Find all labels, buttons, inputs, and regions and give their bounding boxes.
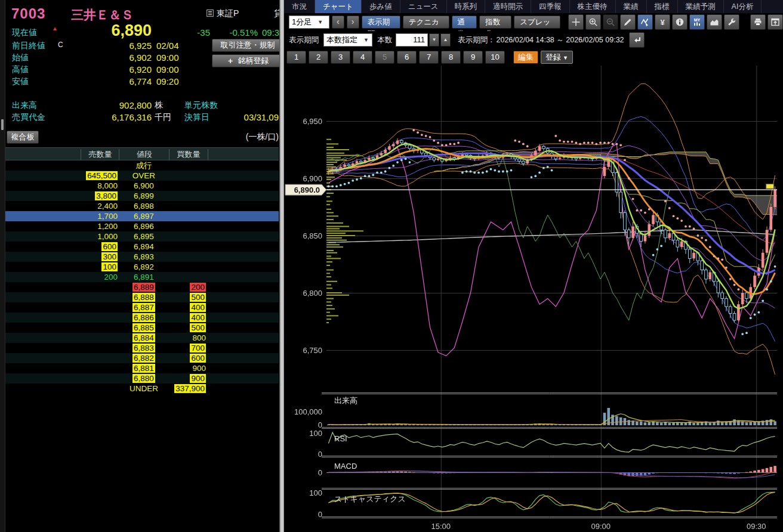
sell-qty-cell[interactable]: 3,800 — [81, 191, 118, 201]
price-cell[interactable]: 6,894 — [119, 242, 169, 252]
board-row[interactable]: 6,884800 — [5, 333, 279, 343]
board-row[interactable]: 3006,893 — [5, 252, 279, 262]
price-cell[interactable]: 6,897 — [119, 211, 169, 221]
sell-qty-cell[interactable]: 1,700 — [81, 211, 118, 221]
sell-qty-cell[interactable]: 200 — [81, 272, 118, 282]
board-row[interactable]: 6,883700 — [5, 343, 279, 353]
trendline-cursor-icon-button[interactable] — [637, 14, 653, 30]
tab-10[interactable]: 業績予測 — [678, 0, 724, 13]
board-row[interactable]: 6,888500 — [5, 292, 279, 302]
board-row[interactable]: 6,886400 — [5, 313, 279, 323]
tab-7[interactable]: 株主優待 — [570, 0, 616, 13]
mode-button[interactable]: 通常 — [452, 16, 477, 29]
price-cell[interactable]: 6,900 — [119, 181, 169, 191]
board-row[interactable]: 6006,894 — [5, 242, 279, 252]
tab-8[interactable]: 業績 — [616, 0, 647, 13]
price-cell[interactable]: 6,883 — [119, 343, 169, 353]
area-chart-icon-button[interactable] — [707, 14, 722, 30]
rail-handle[interactable] — [1, 119, 4, 130]
board-row[interactable]: 3,8006,899 — [5, 191, 279, 201]
count-up-button[interactable]: ▲ — [440, 33, 451, 47]
mode-button[interactable]: テクニカル — [403, 16, 449, 29]
board-row[interactable]: 6,885500 — [5, 323, 279, 333]
register-button[interactable]: 登録▼ — [541, 51, 573, 64]
preset-1-button[interactable]: 1 — [286, 51, 306, 64]
price-cell[interactable]: 6,885 — [119, 323, 169, 333]
reset-period-button[interactable] — [629, 32, 645, 48]
price-cell[interactable]: 6,889 — [119, 282, 169, 292]
board-row[interactable]: 1,2006,896 — [5, 221, 279, 231]
price-cell[interactable]: 6,882 — [119, 353, 169, 363]
sell-qty-cell[interactable]: 645,500 — [81, 171, 118, 181]
sell-qty-cell[interactable]: 1,200 — [81, 221, 118, 231]
sell-qty-cell[interactable]: 2,400 — [81, 201, 118, 211]
board-row[interactable]: 1,7006,897 — [5, 211, 279, 221]
edit-button[interactable]: 編集 — [513, 51, 538, 64]
sell-qty-cell[interactable]: 600 — [81, 242, 118, 252]
price-cell[interactable]: OVER — [119, 171, 169, 181]
board-row[interactable]: 2006,891 — [5, 272, 279, 282]
preset-7-button[interactable]: 7 — [419, 51, 439, 64]
info-icon-button[interactable] — [672, 14, 688, 30]
buy-qty-cell[interactable]: 400 — [169, 302, 206, 313]
board-row[interactable]: 6,889200 — [5, 282, 279, 292]
zoom-in-icon-button[interactable] — [585, 14, 601, 30]
trade-caution-button[interactable]: 取引注意・規制 — [212, 39, 283, 52]
preset-2-button[interactable]: 2 — [309, 51, 328, 64]
tab-3[interactable]: ニュース — [400, 0, 447, 13]
preset-9-button[interactable]: 9 — [463, 51, 483, 64]
buy-qty-cell[interactable]: 900 — [169, 363, 206, 373]
mode-button[interactable]: 指数化 — [479, 16, 511, 29]
draw-pencil-icon-button[interactable] — [620, 14, 636, 30]
board-row[interactable]: 6,887400 — [5, 302, 279, 313]
sell-qty-cell[interactable]: 1,000 — [81, 231, 118, 242]
board-row[interactable]: 6,881900 — [5, 363, 279, 373]
buy-qty-cell[interactable]: 500 — [169, 292, 206, 302]
board-row[interactable]: 6,880900 — [5, 373, 279, 383]
sell-qty-cell[interactable]: 8,000 — [81, 181, 118, 191]
tab-2[interactable]: 歩み値 — [362, 0, 400, 13]
my-indicator-icon-button[interactable]: MY — [689, 14, 705, 30]
price-cell[interactable]: 6,887 — [119, 302, 169, 313]
buy-qty-cell[interactable]: 500 — [169, 323, 206, 333]
board-row[interactable]: 2,4006,898 — [5, 201, 279, 211]
board-row[interactable]: 1006,892 — [5, 262, 279, 272]
preset-4-button[interactable]: 4 — [353, 51, 372, 64]
sell-qty-cell[interactable]: 100 — [81, 262, 118, 272]
board-row[interactable]: 6,882600 — [5, 353, 279, 363]
bar-count-input[interactable]: 111 — [396, 33, 428, 47]
buy-qty-cell[interactable]: 800 — [169, 333, 206, 343]
interval-select[interactable]: 1分足▼ — [289, 16, 329, 29]
yen-icon-button[interactable]: ¥ — [655, 14, 670, 30]
scrollbar-thumb[interactable] — [280, 0, 283, 532]
board-row[interactable]: 成行 — [5, 160, 279, 171]
preset-3-button[interactable]: 3 — [331, 51, 350, 64]
price-cell[interactable]: 6,898 — [119, 201, 169, 211]
buy-qty-cell[interactable]: 900 — [169, 373, 206, 383]
add-watchlist-button[interactable]: ＋銘柄登録 — [212, 54, 283, 67]
tab-11[interactable]: AI分析 — [724, 0, 762, 13]
buy-qty-cell[interactable]: 337,900 — [169, 383, 206, 394]
settings-wrench-icon-button[interactable] — [724, 14, 739, 30]
board-row[interactable]: 8,0006,900 — [5, 181, 279, 191]
mode-button[interactable]: 表示期間 — [362, 16, 400, 29]
buy-qty-cell[interactable]: 600 — [169, 353, 206, 363]
tab-1[interactable]: チャート — [315, 0, 362, 13]
price-cell[interactable]: 6,896 — [119, 221, 169, 231]
price-cell[interactable]: 6,881 — [119, 363, 169, 373]
tab-5[interactable]: 適時開示 — [485, 0, 531, 13]
next-button[interactable]: › — [347, 16, 359, 29]
count-mode-select[interactable]: 本数指定▼ — [323, 33, 372, 47]
tab-0[interactable]: 市況 — [284, 0, 315, 13]
price-cell[interactable]: 6,886 — [119, 313, 169, 323]
crosshair-icon-button[interactable] — [568, 14, 584, 30]
preset-8-button[interactable]: 8 — [441, 51, 461, 64]
price-cell[interactable]: 6,895 — [119, 231, 169, 242]
print-icon-button[interactable] — [750, 14, 766, 30]
price-cell[interactable]: UNDER — [119, 383, 169, 394]
price-cell[interactable]: 6,899 — [119, 191, 169, 201]
sell-qty-cell[interactable]: 300 — [81, 252, 118, 262]
left-collapse-rail[interactable] — [0, 0, 5, 532]
zoom-out-icon-button[interactable] — [603, 14, 618, 30]
composite-board-button[interactable]: 複合板 — [7, 131, 39, 144]
